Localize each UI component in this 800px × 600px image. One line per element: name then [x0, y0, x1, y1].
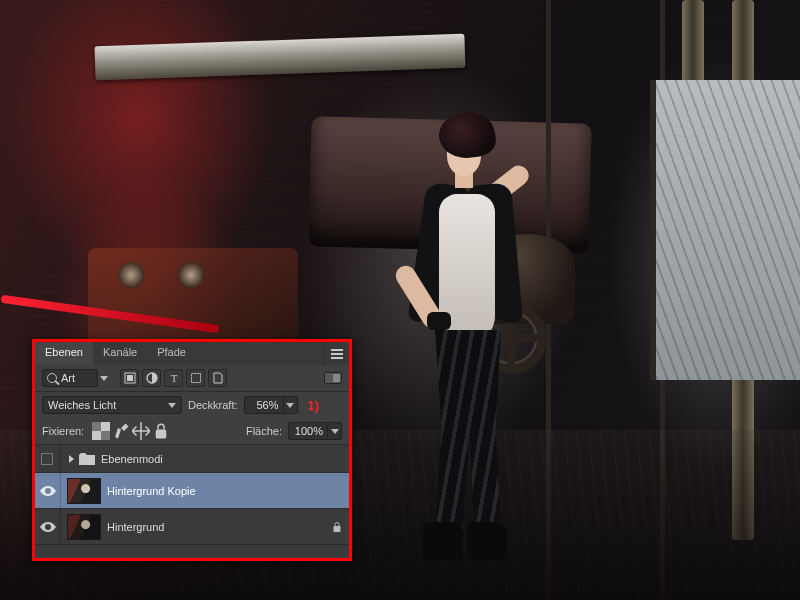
fill-dropdown[interactable] [327, 423, 341, 439]
fill-label: Fläche: [246, 425, 282, 437]
lock-label: Fixieren: [42, 425, 84, 437]
eye-icon [40, 522, 56, 532]
filter-kind-select[interactable]: Art [42, 369, 98, 387]
layer-row[interactable]: Hintergrund [35, 509, 349, 545]
lock-all-icon[interactable] [152, 423, 170, 439]
tab-paths[interactable]: Pfade [147, 342, 196, 365]
layer-group-row[interactable]: Ebenenmodi [35, 445, 349, 473]
layer-name: Ebenenmodi [101, 453, 349, 465]
eye-icon [40, 486, 56, 496]
visibility-toggle[interactable] [35, 445, 61, 472]
visibility-checkbox-icon [41, 453, 53, 465]
annotation-marker: 1) [308, 398, 320, 413]
photo-window [650, 80, 800, 380]
svg-rect-7 [101, 431, 110, 440]
lock-row: Fixieren: Fläche: 100% [35, 418, 349, 445]
filter-adjust-icon[interactable] [142, 369, 161, 387]
lock-transparent-icon[interactable] [92, 423, 110, 439]
lock-icon [325, 521, 349, 533]
opacity-value: 56% [245, 399, 283, 411]
chevron-down-icon [100, 376, 108, 381]
svg-rect-1 [127, 375, 133, 381]
chevron-down-icon [168, 403, 176, 408]
layer-row-selected[interactable]: Hintergrund Kopie [35, 473, 349, 509]
layer-name: Hintergrund [107, 521, 325, 533]
visibility-toggle[interactable] [35, 473, 61, 508]
chevron-down-icon [286, 403, 294, 408]
filter-type-icon[interactable]: T [164, 369, 183, 387]
filter-row: Art T [35, 365, 349, 392]
filter-pixel-icon[interactable] [120, 369, 139, 387]
fill-value: 100% [289, 425, 327, 437]
photo-figure [395, 112, 535, 552]
blend-mode-select[interactable]: Weiches Licht [42, 396, 182, 414]
tab-channels[interactable]: Kanäle [93, 342, 147, 365]
layers-list: Ebenenmodi Hintergrund Kopie Hintergrund [35, 445, 349, 558]
svg-rect-6 [92, 422, 101, 431]
filter-buttons: T [120, 369, 227, 387]
tab-layers[interactable]: Ebenen [35, 342, 93, 365]
opacity-dropdown[interactable] [283, 397, 297, 413]
panel-tabs: Ebenen Kanäle Pfade [35, 342, 349, 365]
filter-smart-icon[interactable] [208, 369, 227, 387]
svg-text:T: T [170, 372, 177, 384]
visibility-toggle[interactable] [35, 509, 61, 544]
chevron-down-icon [331, 429, 339, 434]
opacity-input[interactable]: 56% [244, 396, 298, 414]
blend-mode-value: Weiches Licht [48, 399, 116, 411]
folder-icon [79, 453, 95, 465]
filter-toggle[interactable] [324, 372, 342, 384]
lock-position-icon[interactable] [132, 423, 150, 439]
layer-name: Hintergrund Kopie [107, 485, 349, 497]
disclosure-triangle-icon[interactable] [69, 455, 74, 463]
svg-rect-4 [191, 374, 200, 383]
filter-kind-label: Art [61, 372, 75, 384]
fill-input[interactable]: 100% [288, 422, 342, 440]
svg-rect-8 [156, 430, 167, 439]
opacity-label: Deckkraft: [188, 399, 238, 411]
lock-pixels-icon[interactable] [112, 423, 130, 439]
svg-rect-9 [334, 526, 341, 532]
search-icon [47, 373, 57, 383]
layers-panel: Ebenen Kanäle Pfade Art T Weiches Licht … [32, 339, 352, 561]
layer-thumbnail [67, 478, 101, 504]
panel-menu-icon[interactable] [323, 342, 349, 365]
layer-thumbnail [67, 514, 101, 540]
filter-shape-icon[interactable] [186, 369, 205, 387]
blend-row: Weiches Licht Deckkraft: 56% 1) [35, 392, 349, 418]
